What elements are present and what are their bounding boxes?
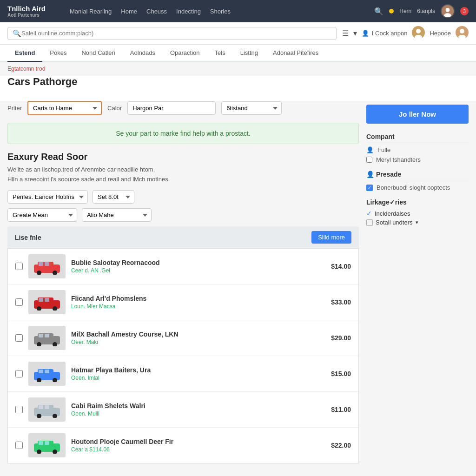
breadcrumb: Egtatcomn trod <box>0 62 476 76</box>
car-name-3: Hatmar Playa Baiters, Ura <box>71 366 325 374</box>
car-price-1: $33.00 <box>331 298 351 306</box>
table-row: Cabi Raim Shelets Walri Oeen. Muill $11.… <box>8 392 358 428</box>
car-price-0: $14.00 <box>331 263 351 270</box>
car-checkbox-4[interactable] <box>15 406 23 413</box>
cta-button[interactable]: Jo ller Now <box>366 105 469 124</box>
tab-oparaction[interactable]: Oparaction <box>163 45 207 62</box>
svg-rect-20 <box>45 298 49 302</box>
car-sub-4: Oeen. Muill <box>71 410 325 417</box>
car-price-2: $29.00 <box>331 334 351 342</box>
nav-link-cheuss[interactable]: Cheuss <box>146 8 167 15</box>
car-info-1: Flicand Arl'd Phomslens Loun. Mler Macsa <box>71 295 325 310</box>
list-header: Lise fnle Slild more <box>7 226 359 248</box>
table-row: Houtond Plooje Caurnell Deer Fir Cear a … <box>8 428 358 463</box>
svg-point-7 <box>460 29 464 33</box>
top-nav-links: Manial Rearling Home Cheuss Indecting Sh… <box>70 8 363 15</box>
sort-select-4[interactable]: Alio Mahe <box>82 208 152 222</box>
svg-rect-37 <box>39 405 43 409</box>
car-price-3: $15.00 <box>331 370 351 377</box>
section-title: Eaxury Read Soor <box>7 152 359 162</box>
sort-select-1[interactable]: Perifes. Eancer Hotifris <box>7 190 88 204</box>
svg-rect-38 <box>45 405 49 409</box>
svg-point-4 <box>416 29 421 33</box>
checked-icon: ✓ <box>366 185 373 191</box>
table-row: MilX Bachall Amestry Course, LKN Oeer. M… <box>8 320 358 356</box>
car-checkbox-0[interactable] <box>15 263 23 270</box>
company-role-item: 👤 Fulle <box>366 146 469 153</box>
top-nav: Tnllich Aird Aotl Partenurs Manial Rearl… <box>0 0 476 22</box>
top-user-label: Hern <box>399 8 411 14</box>
car-price-4: $11.00 <box>331 406 351 413</box>
car-info-5: Houtond Plooje Caurnell Deer Fir Cear a … <box>71 438 325 453</box>
presade-title: 👤 Presade <box>366 171 469 180</box>
main-layout: Prlter Carts to Hame Calor 6tistand Se y… <box>0 101 476 471</box>
tab-aolndads[interactable]: Aolndads <box>123 45 163 62</box>
filter-color-label: Calor <box>107 105 122 112</box>
user-info-label: I Cock anpon <box>372 30 408 37</box>
avatar-third[interactable] <box>456 26 469 40</box>
tabs-bar: Estend Pokes Nond Catleri Aolndads Opara… <box>0 45 476 62</box>
tab-listtng[interactable]: Listtng <box>233 45 265 62</box>
car-price-5: $22.00 <box>331 442 351 449</box>
sold-more-button[interactable]: Slild more <box>311 231 351 244</box>
sort-select-3[interactable]: Greate Mean <box>7 208 77 222</box>
right-sidebar: Jo ller Now Compant 👤 Fulle Meryl tshand… <box>366 101 469 463</box>
checkbox-unchecked-1 <box>366 219 373 226</box>
user-info: 👤 I Cock anpon <box>362 30 408 37</box>
nav-link-manual[interactable]: Manial Rearling <box>70 8 112 15</box>
nav-link-indecting[interactable]: Indecting <box>176 8 201 15</box>
filter-distance-select[interactable]: 6tistand <box>221 101 282 115</box>
second-bar: 🔍 ☰ ▾ 👤 I Cock anpon Hepooe <box>0 22 476 45</box>
car-thumb-3 <box>28 362 66 386</box>
car-list: Bublie Salootay Reornacood Ceer d. AN .G… <box>7 248 359 463</box>
car-checkbox-2[interactable] <box>15 334 23 342</box>
car-info-4: Cabi Raim Shelets Walri Oeen. Muill <box>71 402 325 417</box>
user2-label: Hepooe <box>430 30 451 37</box>
svg-point-1 <box>446 8 450 12</box>
search-box[interactable]: 🔍 <box>7 27 337 40</box>
sidebar-company: Compant 👤 Fulle Meryl tshandters <box>366 133 469 163</box>
dropdown-icon[interactable]: ▾ <box>353 29 357 38</box>
tab-estend[interactable]: Estend <box>7 45 42 62</box>
car-name-4: Cabi Raim Shelets Walri <box>71 402 325 410</box>
linkage-item-0: ✓ Inclderdalses <box>366 210 469 217</box>
linkage-title: Lirkage✓ries <box>366 198 469 206</box>
presade-value: Bonerbuod! sloght ooptects <box>377 184 450 191</box>
nav-link-home[interactable]: Home <box>121 8 137 15</box>
car-checkbox-5[interactable] <box>15 442 23 449</box>
tab-pokes[interactable]: Pokes <box>42 45 74 62</box>
user-icon: 👤 <box>362 30 369 37</box>
filter-select-type[interactable]: Carts to Hame <box>27 101 102 115</box>
sort-select-2[interactable]: Set 8.0t <box>93 190 134 204</box>
logo: Tnllich Aird Aotl Partenurs <box>7 5 59 18</box>
car-thumb-2 <box>28 326 66 350</box>
company-checkbox[interactable] <box>366 157 372 163</box>
tab-adonaal[interactable]: Adonaal Pitefires <box>265 45 326 62</box>
car-checkbox-3[interactable] <box>15 370 23 377</box>
search-input[interactable] <box>21 30 331 37</box>
avatar-primary[interactable] <box>441 4 455 18</box>
table-row: Flicand Arl'd Phomslens Loun. Mler Macsa… <box>8 284 358 320</box>
linkage-label-0: Inclderdalses <box>375 210 410 217</box>
sidebar-presade: 👤 Presade ✓ Bonerbuod! sloght ooptects <box>366 171 469 191</box>
tab-nond[interactable]: Nond Catleri <box>74 45 122 62</box>
top-nav-right: 🔍 Hern 6tanpls 3 <box>374 4 469 18</box>
avatar-secondary[interactable] <box>412 26 425 40</box>
checkmark-icon-0: ✓ <box>366 210 372 217</box>
linkage-label-1: Sotall undters <box>376 219 413 226</box>
car-info-2: MilX Bachall Amestry Course, LKN Oeer. M… <box>71 331 325 345</box>
car-thumb-4 <box>28 397 66 422</box>
search-icon: 🔍 <box>13 29 21 38</box>
section-desc1: We'lte as an lischop.tred of Arenmbe car… <box>7 166 359 173</box>
nav-link-shorles[interactable]: Shorles <box>210 8 231 15</box>
top-search-icon[interactable]: 🔍 <box>374 7 383 16</box>
car-thumb-5 <box>28 433 66 457</box>
company-name-item: Meryl tshandters <box>366 156 469 163</box>
sort-row-2: Greate Mean Alio Mahe <box>7 208 359 222</box>
tab-tels[interactable]: Tels <box>207 45 233 62</box>
car-checkbox-1[interactable] <box>15 298 23 306</box>
filter-color-input[interactable] <box>127 101 216 115</box>
menu-icon[interactable]: ☰ <box>342 29 349 38</box>
car-info-3: Hatmar Playa Baiters, Ura Oeen. lmlal <box>71 366 325 381</box>
filter-row: Prlter Carts to Hame Calor 6tistand <box>7 101 359 115</box>
